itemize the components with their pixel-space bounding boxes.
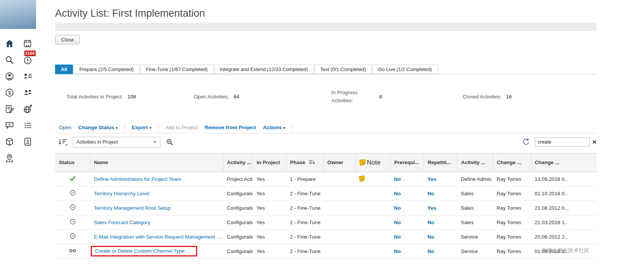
col-header-activity-area[interactable]: Activity ...	[457, 153, 493, 172]
note-cell	[355, 201, 390, 215]
phase-cell: 2 - Fine-Tune	[286, 201, 323, 215]
open-button[interactable]: Open	[59, 125, 71, 130]
tab-integrate-extend[interactable]: Integrate and Extend (12/33 Completed)	[214, 65, 314, 74]
col-header-changed-by[interactable]: Change ...	[493, 153, 531, 172]
changed-on-cell: 01.10.2016 0...	[531, 186, 597, 201]
chevron-down-icon	[153, 141, 157, 143]
table-row[interactable]: Territory Hierarchy Level Configuration …	[55, 186, 597, 201]
col-header-in-project[interactable]: In Project	[253, 153, 286, 172]
org-icon[interactable]	[23, 88, 33, 98]
activity-type-cell: Configuration	[223, 201, 253, 215]
tab-test[interactable]: Test (0/1 Completed)	[315, 65, 372, 74]
sort-group-icon[interactable]	[58, 138, 68, 146]
remove-from-project-button[interactable]: Remove from Project	[204, 125, 256, 130]
tab-go-live[interactable]: Go Live (1/2 Completed)	[372, 65, 438, 74]
sidebar-logo-area	[0, 0, 36, 29]
clear-search-icon[interactable]: ×	[592, 138, 597, 146]
in-project-cell: Yes	[253, 229, 286, 244]
col-header-changed-on[interactable]: Change ...	[531, 153, 597, 172]
repetition-cell: No	[424, 244, 457, 258]
table-row[interactable]: Territory Management Root Setup Configur…	[55, 201, 597, 215]
account-icon[interactable]	[5, 71, 14, 81]
tab-all[interactable]: All	[55, 65, 73, 74]
dropdown-caret-icon: ▾	[149, 126, 151, 130]
in-project-cell: Yes	[253, 244, 286, 258]
invoices-icon[interactable]: $	[23, 137, 33, 147]
scope-select[interactable]: Activities in Project	[73, 137, 160, 147]
worklist-icon[interactable]	[23, 120, 33, 130]
note-cell	[355, 215, 390, 229]
col-header-phase[interactable]: Phase	[286, 153, 323, 172]
changed-by-cell: Ray Torres	[493, 186, 531, 201]
repetition-link[interactable]: No	[427, 248, 434, 254]
status-cell	[55, 201, 90, 215]
owner-cell	[323, 229, 355, 244]
calendar-icon[interactable]: 14	[23, 39, 33, 49]
col-header-owner[interactable]: Owner	[323, 153, 355, 172]
visits-map-icon[interactable]	[5, 153, 14, 163]
repetition-link[interactable]: Yes	[427, 205, 436, 211]
col-header-note[interactable]: Note	[355, 153, 390, 172]
activity-link[interactable]: E-Mail Integration with Service Request …	[94, 234, 221, 240]
activity-type-cell: Configuration	[223, 215, 253, 229]
prerequisite-link[interactable]: No	[394, 205, 401, 211]
prerequisite-link[interactable]: No	[394, 176, 401, 182]
owner-cell	[323, 172, 355, 186]
activity-link[interactable]: Sales Forecast Category	[94, 220, 150, 225]
col-header-activity-type[interactable]: Activity ...	[223, 153, 253, 172]
repetition-link[interactable]: No	[427, 220, 434, 225]
col-header-prerequisite[interactable]: Prerequi...	[390, 153, 424, 172]
activity-link[interactable]: Territory Management Root Setup	[94, 205, 171, 211]
prerequisite-link[interactable]: No	[394, 234, 401, 240]
table-row[interactable]: Define Administrators for Project Team P…	[55, 172, 597, 186]
contacts-icon[interactable]	[23, 71, 33, 81]
search-input[interactable]	[535, 138, 590, 147]
export-button[interactable]: Export▾	[132, 125, 152, 130]
activity-area-cell: Service	[457, 229, 493, 244]
sales-icon[interactable]: $	[5, 88, 14, 98]
change-status-button[interactable]: Change Status▾	[78, 125, 118, 130]
col-header-repetition[interactable]: Repetiti...	[424, 153, 457, 172]
repetition-link[interactable]: No	[427, 234, 434, 240]
activity-type-cell: Configuration	[223, 229, 253, 244]
col-header-name[interactable]: Name	[90, 153, 223, 172]
table-row[interactable]: Create or Delete Custom Channel Type Con…	[55, 244, 597, 258]
owner-cell	[323, 244, 355, 258]
documents-icon[interactable]	[5, 104, 14, 114]
prerequisite-link[interactable]: No	[394, 220, 401, 225]
prerequisite-link[interactable]: No	[394, 191, 401, 196]
changed-on-cell: 13.09.2016 0...	[531, 172, 597, 186]
activity-area-cell: Define Admin...	[457, 172, 493, 186]
search-icon[interactable]	[5, 55, 14, 65]
refresh-icon[interactable]	[522, 138, 530, 146]
activity-name-cell: Territory Management Root Setup	[90, 201, 223, 215]
highlight-box: Create or Delete Custom Channel Type	[91, 246, 197, 256]
tab-prepare[interactable]: Prepare (2/5 Completed)	[74, 65, 139, 74]
activity-link[interactable]: Create or Delete Custom Channel Type	[95, 248, 185, 254]
actions-button[interactable]: Actions▾	[263, 125, 285, 130]
activity-link[interactable]: Territory Hierarchy Level	[94, 191, 149, 196]
products-icon[interactable]	[5, 137, 14, 147]
activity-name-cell: Sales Forecast Category	[90, 215, 223, 229]
col-header-status[interactable]: Status	[55, 153, 90, 172]
activity-link[interactable]: Define Administrators for Project Team	[94, 176, 181, 182]
watermark: @稀土掘金技术社区	[541, 247, 589, 254]
prerequisite-link[interactable]: No	[394, 248, 401, 254]
alerts-icon[interactable]: 2164	[23, 55, 33, 65]
dropdown-caret-icon: ▾	[116, 126, 118, 130]
repetition-link[interactable]: No	[427, 191, 434, 196]
prerequisite-cell: No	[390, 201, 424, 215]
advanced-search-icon[interactable]	[166, 138, 175, 146]
status-cell	[55, 244, 90, 258]
table-row[interactable]: Sales Forecast Category Configuration Ye…	[55, 215, 597, 229]
deploy-globe-icon[interactable]	[23, 104, 33, 114]
summary-value: 8	[379, 94, 382, 100]
table-row[interactable]: E-Mail Integration with Service Request …	[55, 229, 597, 244]
tab-fine-tune[interactable]: Fine-Tune (1/67 Completed)	[140, 65, 214, 74]
home-icon[interactable]	[5, 39, 14, 49]
repetition-link[interactable]: Yes	[427, 176, 436, 182]
close-button[interactable]: Close	[55, 35, 80, 44]
phase-tabs: All Prepare (2/5 Completed) Fine-Tune (1…	[55, 65, 597, 74]
toolbar-separator	[158, 125, 158, 130]
quotes-icon[interactable]: $	[5, 120, 14, 130]
